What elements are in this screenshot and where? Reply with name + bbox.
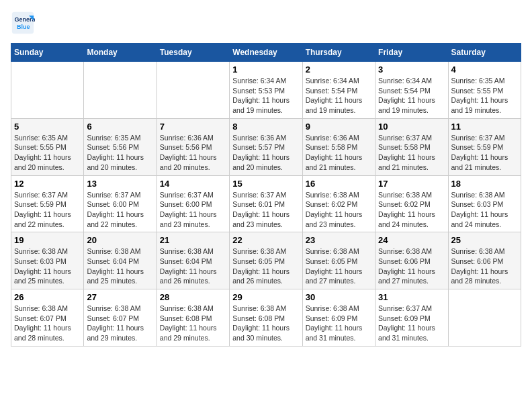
header-saturday: Saturday [448,44,521,62]
table-row: 17Sunrise: 6:38 AMSunset: 6:02 PMDayligh… [375,175,448,232]
day-number: 27 [87,292,153,302]
table-row: 2Sunrise: 6:34 AMSunset: 5:54 PMDaylight… [302,62,375,119]
day-info: Sunrise: 6:37 AMSunset: 6:09 PMDaylight:… [378,304,445,343]
day-info: Sunrise: 6:35 AMSunset: 5:55 PMDaylight:… [451,76,518,116]
day-info: Sunrise: 6:34 AMSunset: 5:54 PMDaylight:… [306,76,372,116]
table-row: 5Sunrise: 6:35 AMSunset: 5:55 PMDaylight… [11,118,84,175]
table-row: 24Sunrise: 6:38 AMSunset: 6:06 PMDayligh… [375,232,448,289]
header-monday: Monday [84,44,157,62]
calendar-header-row: SundayMondayTuesdayWednesdayThursdayFrid… [11,44,521,62]
day-number: 18 [451,179,518,189]
table-row: 30Sunrise: 6:38 AMSunset: 6:09 PMDayligh… [302,289,375,347]
table-row [157,62,229,119]
day-number: 24 [378,235,445,245]
day-info: Sunrise: 6:37 AMSunset: 6:01 PMDaylight:… [232,190,299,230]
day-number: 8 [232,122,299,132]
day-info: Sunrise: 6:38 AMSunset: 6:08 PMDaylight:… [160,304,226,343]
day-info: Sunrise: 6:38 AMSunset: 6:06 PMDaylight:… [451,246,518,286]
day-info: Sunrise: 6:38 AMSunset: 6:04 PMDaylight:… [160,246,226,286]
day-number: 26 [14,292,81,302]
day-number: 30 [306,292,372,302]
table-row [448,289,521,347]
day-info: Sunrise: 6:35 AMSunset: 5:56 PMDaylight:… [87,133,153,173]
day-info: Sunrise: 6:34 AMSunset: 5:53 PMDaylight:… [232,76,299,116]
day-number: 22 [232,235,299,245]
calendar-table: SundayMondayTuesdayWednesdayThursdayFrid… [11,43,521,347]
page-header: General Blue [11,11,521,35]
day-number: 31 [378,292,445,302]
day-info: Sunrise: 6:36 AMSunset: 5:58 PMDaylight:… [306,133,372,173]
day-number: 20 [87,235,153,245]
day-info: Sunrise: 6:37 AMSunset: 5:58 PMDaylight:… [378,133,445,173]
day-info: Sunrise: 6:38 AMSunset: 6:05 PMDaylight:… [232,246,299,286]
day-number: 2 [306,64,372,75]
table-row: 7Sunrise: 6:36 AMSunset: 5:56 PMDaylight… [157,118,229,175]
day-number: 25 [451,235,518,245]
table-row: 4Sunrise: 6:35 AMSunset: 5:55 PMDaylight… [448,62,521,119]
table-row: 13Sunrise: 6:37 AMSunset: 6:00 PMDayligh… [84,175,157,232]
table-row: 8Sunrise: 6:36 AMSunset: 5:57 PMDaylight… [230,118,302,175]
header-sunday: Sunday [11,44,84,62]
header-tuesday: Tuesday [157,44,229,62]
table-row: 29Sunrise: 6:38 AMSunset: 6:08 PMDayligh… [230,289,302,347]
calendar-week-4: 19Sunrise: 6:38 AMSunset: 6:03 PMDayligh… [11,232,521,289]
day-number: 23 [306,235,372,245]
day-number: 13 [87,179,153,189]
table-row: 28Sunrise: 6:38 AMSunset: 6:08 PMDayligh… [157,289,229,347]
table-row: 3Sunrise: 6:34 AMSunset: 5:54 PMDaylight… [375,62,448,119]
table-row: 18Sunrise: 6:38 AMSunset: 6:03 PMDayligh… [448,175,521,232]
day-info: Sunrise: 6:37 AMSunset: 5:59 PMDaylight:… [451,133,518,173]
day-number: 11 [451,122,518,132]
day-info: Sunrise: 6:37 AMSunset: 5:59 PMDaylight:… [14,190,81,230]
table-row: 6Sunrise: 6:35 AMSunset: 5:56 PMDaylight… [84,118,157,175]
header-wednesday: Wednesday [230,44,302,62]
table-row: 16Sunrise: 6:38 AMSunset: 6:02 PMDayligh… [302,175,375,232]
day-info: Sunrise: 6:37 AMSunset: 6:00 PMDaylight:… [87,190,153,230]
day-number: 7 [160,122,226,132]
day-number: 17 [378,179,445,189]
day-number: 4 [451,64,518,75]
day-info: Sunrise: 6:38 AMSunset: 6:02 PMDaylight:… [306,190,372,230]
table-row: 1Sunrise: 6:34 AMSunset: 5:53 PMDaylight… [230,62,302,119]
table-row [11,62,84,119]
day-info: Sunrise: 6:38 AMSunset: 6:09 PMDaylight:… [306,304,372,343]
day-info: Sunrise: 6:36 AMSunset: 5:56 PMDaylight:… [160,133,226,173]
day-info: Sunrise: 6:38 AMSunset: 6:07 PMDaylight:… [87,304,153,343]
day-number: 12 [14,179,81,189]
table-row: 10Sunrise: 6:37 AMSunset: 5:58 PMDayligh… [375,118,448,175]
svg-text:Blue: Blue [17,24,30,30]
day-info: Sunrise: 6:38 AMSunset: 6:02 PMDaylight:… [378,190,445,230]
table-row: 14Sunrise: 6:37 AMSunset: 6:00 PMDayligh… [157,175,229,232]
day-info: Sunrise: 6:38 AMSunset: 6:04 PMDaylight:… [87,246,153,286]
day-number: 28 [160,292,226,302]
table-row [84,62,157,119]
day-info: Sunrise: 6:38 AMSunset: 6:03 PMDaylight:… [14,246,81,286]
day-number: 5 [14,122,81,132]
table-row: 27Sunrise: 6:38 AMSunset: 6:07 PMDayligh… [84,289,157,347]
day-number: 29 [232,292,299,302]
day-info: Sunrise: 6:38 AMSunset: 6:06 PMDaylight:… [378,246,445,286]
calendar-week-3: 12Sunrise: 6:37 AMSunset: 5:59 PMDayligh… [11,175,521,232]
table-row: 12Sunrise: 6:37 AMSunset: 5:59 PMDayligh… [11,175,84,232]
day-info: Sunrise: 6:38 AMSunset: 6:05 PMDaylight:… [306,246,372,286]
table-row: 22Sunrise: 6:38 AMSunset: 6:05 PMDayligh… [230,232,302,289]
day-number: 9 [306,122,372,132]
table-row: 15Sunrise: 6:37 AMSunset: 6:01 PMDayligh… [230,175,302,232]
logo: General Blue [11,11,38,35]
day-number: 15 [232,179,299,189]
day-number: 6 [87,122,153,132]
calendar-week-2: 5Sunrise: 6:35 AMSunset: 5:55 PMDaylight… [11,118,521,175]
day-number: 1 [232,64,299,75]
table-row: 23Sunrise: 6:38 AMSunset: 6:05 PMDayligh… [302,232,375,289]
table-row: 9Sunrise: 6:36 AMSunset: 5:58 PMDaylight… [302,118,375,175]
table-row: 11Sunrise: 6:37 AMSunset: 5:59 PMDayligh… [448,118,521,175]
table-row: 25Sunrise: 6:38 AMSunset: 6:06 PMDayligh… [448,232,521,289]
day-number: 19 [14,235,81,245]
table-row: 20Sunrise: 6:38 AMSunset: 6:04 PMDayligh… [84,232,157,289]
day-info: Sunrise: 6:36 AMSunset: 5:57 PMDaylight:… [232,133,299,173]
logo-icon: General Blue [11,11,35,35]
day-number: 16 [306,179,372,189]
table-row: 19Sunrise: 6:38 AMSunset: 6:03 PMDayligh… [11,232,84,289]
day-number: 14 [160,179,226,189]
day-info: Sunrise: 6:34 AMSunset: 5:54 PMDaylight:… [378,76,445,116]
